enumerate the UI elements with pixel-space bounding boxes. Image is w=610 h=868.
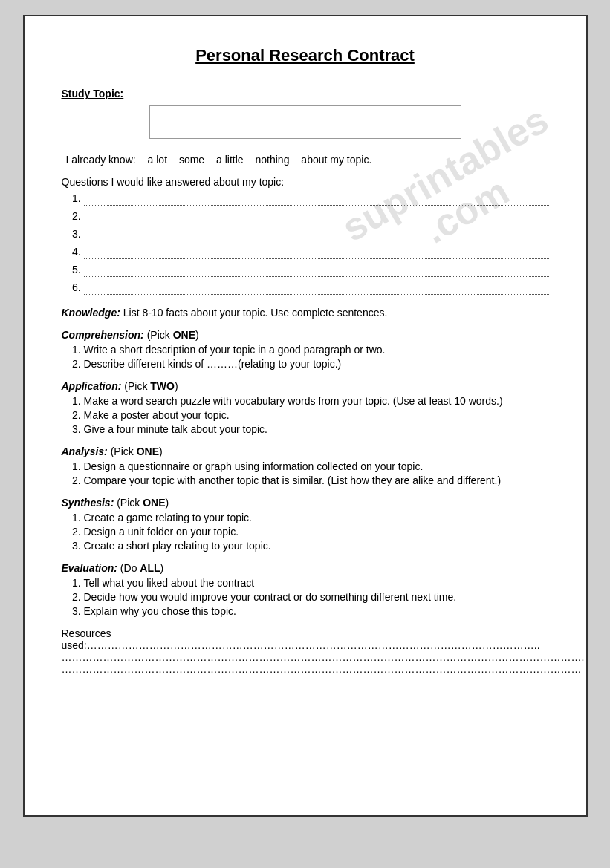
comprehension-header: Comprehension: (Pick ONE) <box>62 329 549 341</box>
question-line-5 <box>84 264 549 277</box>
analysis-section: Analysis: (Pick ONE) Design a questionna… <box>62 446 549 486</box>
question-line-6 <box>84 281 549 295</box>
already-know-prefix: I already know: <box>66 154 136 166</box>
analysis-list: Design a questionnaire or graph using in… <box>62 460 549 486</box>
evaluation-item-1: Tell what you liked about the contract <box>84 577 549 589</box>
questions-list <box>62 192 549 295</box>
study-topic-label: Study Topic: <box>62 88 549 99</box>
synthesis-item-2: Design a unit folder on your topic. <box>84 526 549 538</box>
analysis-item-1: Design a questionnaire or graph using in… <box>84 460 549 472</box>
option-alot: a lot <box>148 154 167 166</box>
comprehension-list: Write a short description of your topic … <box>62 344 549 370</box>
application-section: Application: (Pick TWO) Make a word sear… <box>62 380 549 435</box>
option-nothing: nothing <box>256 154 290 166</box>
analysis-label: Analysis: <box>62 446 111 457</box>
analysis-item-2: Compare your topic with another topic th… <box>84 474 549 486</box>
evaluation-label: Evaluation: <box>62 562 120 574</box>
evaluation-item-3: Explain why you chose this topic. <box>84 605 549 617</box>
synthesis-pick: (Pick ONE) <box>117 497 169 509</box>
evaluation-list: Tell what you liked about the contract D… <box>62 577 549 617</box>
evaluation-pick: (Do ALL) <box>120 562 163 574</box>
synthesis-label: Synthesis: <box>62 497 117 509</box>
knowledge-label: Knowledge: <box>62 307 123 319</box>
questions-section: Questions I would like answered about my… <box>62 176 549 295</box>
knowledge-section: Knowledge: List 8-10 facts about your to… <box>62 307 549 319</box>
comprehension-label: Comprehension: <box>62 329 147 341</box>
questions-label: Questions I would like answered about my… <box>62 176 549 188</box>
option-alittle: a little <box>216 154 244 166</box>
synthesis-item-3: Create a short play relating to your top… <box>84 540 549 552</box>
evaluation-item-2: Decide how you would improve your contra… <box>84 591 549 603</box>
application-pick: (Pick TWO) <box>124 380 178 392</box>
evaluation-header: Evaluation: (Do ALL) <box>62 562 549 574</box>
comprehension-item-2: Describe different kinds of ………(relating… <box>84 358 549 370</box>
comprehension-pick: (Pick ONE) <box>147 329 199 341</box>
option-some: some <box>179 154 204 166</box>
application-item-3: Give a four minute talk about your topic… <box>84 423 549 435</box>
comprehension-item-1: Write a short description of your topic … <box>84 344 549 356</box>
analysis-header: Analysis: (Pick ONE) <box>62 446 549 457</box>
resources-line-3: …………………………………………………………………………………………………………… <box>62 663 549 675</box>
application-label: Application: <box>62 380 125 392</box>
evaluation-section: Evaluation: (Do ALL) Tell what you liked… <box>62 562 549 617</box>
application-item-1: Make a word search puzzle with vocabular… <box>84 395 549 407</box>
already-know-suffix: about my topic. <box>301 154 371 166</box>
study-topic-section: Study Topic: <box>62 88 549 139</box>
resources-line-1: Resources used:…………………………………………………………………… <box>62 627 549 651</box>
question-line-2 <box>84 210 549 223</box>
application-list: Make a word search puzzle with vocabular… <box>62 395 549 435</box>
synthesis-section: Synthesis: (Pick ONE) Create a game rela… <box>62 497 549 552</box>
question-line-3 <box>84 228 549 241</box>
comprehension-section: Comprehension: (Pick ONE) Write a short … <box>62 329 549 370</box>
synthesis-list: Create a game relating to your topic. De… <box>62 512 549 552</box>
synthesis-item-1: Create a game relating to your topic. <box>84 512 549 523</box>
application-header: Application: (Pick TWO) <box>62 380 549 392</box>
knowledge-text: List 8-10 facts about your topic. Use co… <box>123 307 388 319</box>
application-item-2: Make a poster about your topic. <box>84 409 549 421</box>
study-topic-input-box[interactable] <box>149 105 461 139</box>
synthesis-header: Synthesis: (Pick ONE) <box>62 497 549 509</box>
document-page: suprintables.com Personal Research Contr… <box>23 15 588 817</box>
resources-section: Resources used:…………………………………………………………………… <box>62 627 549 675</box>
page-title: Personal Research Contract <box>62 46 549 65</box>
analysis-pick: (Pick ONE) <box>111 446 163 457</box>
question-line-1 <box>84 192 549 206</box>
already-know-section: I already know: a lot some a little noth… <box>62 154 549 166</box>
question-line-4 <box>84 246 549 259</box>
resources-line-2: …………………………………………………………………………………………………………… <box>62 651 549 663</box>
